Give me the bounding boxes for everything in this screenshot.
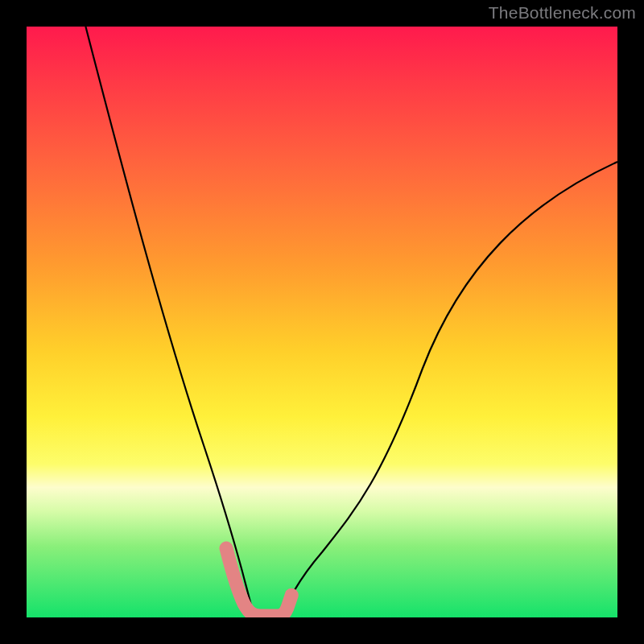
right-curve <box>281 162 617 617</box>
bottom-marker-path <box>226 548 291 616</box>
curve-layer <box>27 27 617 617</box>
chart-frame: TheBottleneck.com <box>0 0 644 644</box>
left-curve <box>85 27 254 617</box>
plot-area <box>27 27 617 617</box>
watermark-text: TheBottleneck.com <box>489 3 636 23</box>
